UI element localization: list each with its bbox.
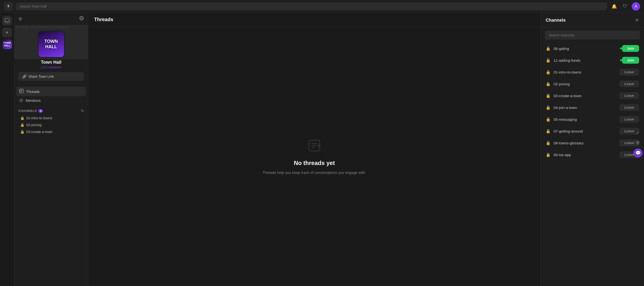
- channel-row-08-towns-glossary[interactable]: 🔒 08-towns-glossary Leave: [544, 137, 641, 149]
- channels-panel-title: Channels: [546, 18, 566, 23]
- mentions-icon: @: [19, 98, 23, 103]
- channel-name: 01-intro-to-towns: [26, 116, 52, 120]
- inbox-nav-icon[interactable]: [2, 16, 12, 25]
- channel-row-06-gating[interactable]: 🔒 06-gating Join: [544, 42, 641, 54]
- shield-icon[interactable]: 🛡: [621, 2, 629, 10]
- mentions-label: Mentions: [26, 98, 41, 103]
- lock-icon: 🔒: [546, 141, 551, 145]
- channels-panel: Channels ✕ 🔒 06-gating Join 🔒 11-adding-…: [540, 13, 644, 286]
- channel-row-04-join-a-town[interactable]: 🔒 04-join-a-town Leave: [544, 102, 641, 113]
- resize-icon[interactable]: ⤢: [634, 129, 642, 137]
- link-icon: 🔗: [22, 75, 26, 78]
- share-town-link-button[interactable]: 🔗 Share Town Link: [18, 72, 84, 81]
- no-threads-icon: [307, 138, 322, 156]
- lock-icon: 🔒: [546, 70, 551, 75]
- threads-icon: [19, 89, 24, 94]
- channel-action-button[interactable]: Leave: [619, 80, 639, 87]
- channel-action-button[interactable]: Leave: [619, 104, 639, 111]
- main-content: Threads No threads yet Threads help you …: [88, 13, 540, 286]
- server-name: Town Hall: [41, 60, 62, 65]
- guild-icon[interactable]: [79, 16, 84, 22]
- sidebar-channel-01-intro-to-towns[interactable]: 🔒 01-intro-to-towns: [18, 115, 84, 122]
- server-banner: 7D6936B6DB+7DC4C7D3+0AADD1AC70+D6B6D62B2…: [14, 25, 88, 85]
- sidebar-channel-03-create-a-town[interactable]: 🔒 03-create-a-town: [18, 128, 84, 135]
- lock-icon: 🔒: [546, 117, 551, 122]
- search-input[interactable]: [16, 2, 607, 10]
- server-members: 1312 members: [40, 65, 62, 69]
- lock-icon: 🔒: [20, 123, 24, 127]
- chat-float-icon[interactable]: 💬: [634, 148, 642, 157]
- topbar: T 🔔 🛡 A: [0, 0, 644, 13]
- main-layout: + TOWNHALL ⚙ 7D6936B6DB+7DC4C7D3+0AADD1A…: [0, 13, 644, 286]
- notification-icon[interactable]: 🔔: [610, 2, 618, 10]
- channel-name: 02-pricing: [554, 82, 619, 86]
- no-threads-subtitle: Threads help you keep track of conversat…: [263, 170, 366, 175]
- channel-name: 02-pricing: [26, 123, 42, 127]
- channel-row-03-create-a-town[interactable]: 🔒 03-create-a-town Leave: [544, 90, 641, 102]
- channels-section: Channels 2 ↻ 🔒 01-intro-to-towns 🔒 02-pr…: [14, 107, 88, 137]
- channel-row-01-intro-to-towns[interactable]: 🔒 01-intro-to-towns Leave: [544, 66, 641, 78]
- settings-icon[interactable]: ⚙: [18, 16, 22, 22]
- svg-text:T: T: [8, 5, 9, 8]
- content-body: No threads yet Threads help you keep tra…: [88, 26, 540, 286]
- channels-search-input[interactable]: [545, 31, 640, 40]
- channel-name: 11-adding-funds: [554, 58, 618, 62]
- threads-label: Threads: [26, 90, 40, 94]
- channel-name: 08-towns-glossary: [554, 141, 619, 145]
- user-avatar[interactable]: A: [632, 2, 640, 10]
- channel-name: 03-create-a-town: [554, 94, 619, 98]
- channels-search-container: [541, 28, 644, 42]
- channel-name: 01-intro-to-towns: [554, 70, 619, 74]
- channel-action-button[interactable]: Leave: [619, 116, 639, 123]
- sidebar-item-mentions[interactable]: @ Mentions: [16, 96, 86, 105]
- online-dot: [620, 47, 622, 49]
- svg-rect-3: [5, 18, 9, 23]
- channel-name: 03-create-a-town: [26, 130, 52, 134]
- channel-action-button[interactable]: Join: [622, 57, 639, 64]
- lock-icon: 🔒: [546, 58, 551, 63]
- channel-row-11-adding-funds[interactable]: 🔒 11-adding-funds Join: [544, 54, 641, 66]
- lock-icon: 🔒: [20, 130, 24, 134]
- sidebar-channels-list: 🔒 01-intro-to-towns 🔒 02-pricing 🔒 03-cr…: [18, 115, 84, 135]
- channel-action-button[interactable]: Join: [622, 45, 639, 52]
- lock-icon: 🔒: [20, 116, 24, 120]
- grid-icon[interactable]: ⊞: [634, 139, 642, 146]
- channel-name: 05-messaging: [554, 117, 619, 122]
- lock-icon: 🔒: [546, 105, 551, 110]
- far-left-nav: + TOWNHALL: [0, 13, 14, 286]
- share-link-label: Share Town Link: [28, 75, 54, 78]
- close-channels-panel-icon[interactable]: ✕: [635, 17, 639, 23]
- content-title: Threads: [94, 17, 113, 22]
- content-header: Threads: [88, 13, 540, 26]
- channels-panel-list: 🔒 06-gating Join 🔒 11-adding-funds Join …: [541, 42, 644, 286]
- refresh-channels-icon[interactable]: ↻: [81, 109, 84, 113]
- channel-name: 04-join-a-town: [554, 106, 619, 110]
- sidebar-header: ⚙: [14, 13, 88, 25]
- sidebar-nav: Threads @ Mentions: [14, 85, 88, 107]
- sidebar-item-threads[interactable]: Threads: [16, 87, 86, 96]
- lock-icon: 🔒: [546, 152, 551, 157]
- channel-action-button[interactable]: Leave: [619, 92, 639, 99]
- channel-name: 07-getting-around: [554, 129, 619, 133]
- topbar-icons: 🔔 🛡 A: [610, 2, 640, 10]
- channel-row-05-messaging[interactable]: 🔒 05-messaging Leave: [544, 113, 641, 125]
- server-nav-icon[interactable]: TOWNHALL: [2, 39, 12, 49]
- channel-name: 06-gating: [554, 46, 618, 51]
- channel-row-02-pricing[interactable]: 🔒 02-pricing Leave: [544, 78, 641, 90]
- channel-name: 09-ios-app: [554, 153, 619, 157]
- channel-row-07-getting-around[interactable]: 🔒 07-getting-around Leave: [544, 125, 641, 137]
- lock-icon: 🔒: [546, 129, 551, 134]
- no-threads-title: No threads yet: [294, 160, 335, 166]
- add-nav-button[interactable]: +: [2, 27, 12, 37]
- channels-panel-header: Channels ✕: [541, 13, 644, 28]
- channel-row-09-ios-app[interactable]: 🔒 09-ios-app Leave: [544, 149, 641, 160]
- channels-header: Channels 2 ↻: [18, 109, 84, 113]
- channel-action-button[interactable]: Leave: [619, 69, 639, 76]
- lock-icon: 🔒: [546, 82, 551, 86]
- app-logo[interactable]: T: [4, 2, 13, 11]
- sidebar-channel-02-pricing[interactable]: 🔒 02-pricing: [18, 122, 84, 128]
- channels-badge: 2: [38, 109, 43, 113]
- server-sidebar: ⚙ 7D6936B6DB+7DC4C7D3+0AADD1AC70+D6B6D62…: [14, 13, 88, 286]
- lock-icon: 🔒: [546, 93, 551, 98]
- lock-icon: 🔒: [546, 46, 551, 51]
